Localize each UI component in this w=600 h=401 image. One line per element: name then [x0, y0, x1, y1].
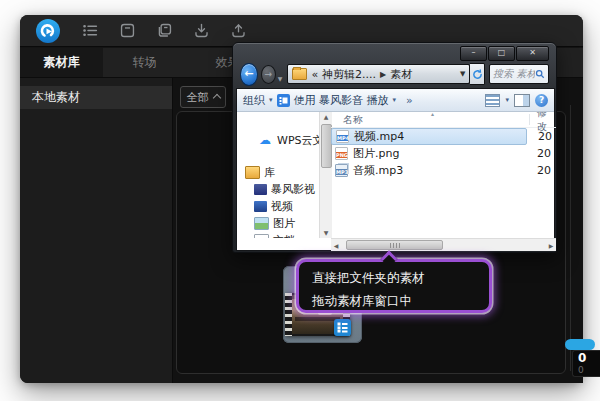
column-header-row: 名称 ▴ 修改 — [331, 112, 556, 128]
menu-icon[interactable] — [82, 22, 99, 39]
tree-item-videos[interactable]: 视频 — [237, 198, 319, 215]
toolbar-overflow-button[interactable]: » — [406, 94, 413, 107]
png-file-icon: PNG — [335, 147, 348, 160]
player-icon — [277, 94, 290, 107]
tab-material-library[interactable]: 素材库 — [20, 48, 103, 77]
file-date: 20 — [538, 130, 552, 143]
breadcrumb-chevron-icon: ▶ — [380, 70, 386, 79]
filter-dropdown[interactable]: 全部 — [180, 86, 226, 108]
tree-item-label: 视频 — [271, 199, 293, 214]
column-name[interactable]: 名称 — [331, 113, 363, 127]
tooltip-line-2: 拖动素材库窗口中 — [312, 289, 489, 312]
tab-transitions[interactable]: 转场 — [103, 48, 186, 77]
tree-item-label: 图片 — [273, 216, 295, 231]
play-with-button[interactable]: 使用 暴风影音 播放 — [294, 93, 389, 108]
tree-item-libraries[interactable]: 库 — [237, 164, 319, 181]
mp3-file-icon: MP3 — [335, 164, 348, 177]
file-row-image[interactable]: PNG 图片.png 20 — [331, 145, 556, 162]
nav-history-caret-icon[interactable]: ▼ — [278, 75, 283, 82]
organize-caret-icon: ▾ — [269, 96, 273, 104]
file-name: 音频.mp3 — [353, 163, 403, 178]
tree-item-wps-cloud[interactable]: ☁ WPS云文档 — [237, 132, 319, 149]
back-button[interactable]: ← — [240, 63, 258, 86]
mp4-file-icon: MP4 — [336, 130, 349, 143]
file-name: 视频.mp4 — [354, 129, 404, 144]
file-name: 图片.png — [353, 146, 399, 161]
breadcrumb-parent[interactable]: 神剪辑2.... — [322, 67, 376, 82]
breadcrumb[interactable]: « 神剪辑2.... ▶ 素材 ▼ — [287, 64, 470, 84]
filmstrip-holes-left — [285, 293, 292, 336]
breadcrumb-overflow[interactable]: « — [311, 68, 318, 81]
panel-divider — [570, 105, 571, 371]
library-folder-icon — [245, 166, 260, 179]
file-date: 20 — [537, 147, 551, 160]
breadcrumb-current[interactable]: 素材 — [390, 67, 412, 82]
save-icon[interactable] — [119, 22, 136, 39]
organize-button[interactable]: 组织 — [243, 93, 265, 108]
help-icon[interactable]: ? — [535, 94, 548, 107]
window-controls: – □ ✕ — [460, 46, 549, 61]
preview-pane-icon[interactable] — [514, 94, 530, 107]
address-bar: ← → ▼ « 神剪辑2.... ▶ 素材 ▼ 搜索 素材 — [233, 60, 556, 88]
tree-item-pictures[interactable]: 图片 — [237, 215, 319, 232]
filter-dropdown-label: 全部 — [187, 90, 209, 105]
save-as-icon[interactable] — [156, 22, 173, 39]
documents-icon — [254, 234, 269, 238]
views-caret-icon[interactable]: ▾ — [505, 96, 509, 104]
chevron-up-icon — [212, 94, 220, 102]
zoom-slider-handle[interactable] — [565, 339, 595, 350]
app-logo-icon — [36, 19, 60, 43]
search-input[interactable]: 搜索 素材 — [489, 64, 549, 84]
maximize-button[interactable]: □ — [488, 46, 515, 61]
timecode-main: 0 — [578, 352, 600, 365]
close-button[interactable]: ✕ — [516, 46, 549, 61]
scrollbar-grip — [390, 243, 400, 248]
file-list: 名称 ▴ 修改 MP4 视频.mp4 20 PNG 图片.png 20 MP3 … — [331, 112, 556, 238]
tree-item-label: 文档 — [273, 233, 295, 238]
play-with-caret-icon: ▾ — [393, 96, 397, 104]
search-placeholder: 搜索 素材 — [493, 67, 535, 81]
folder-tree: ☁ WPS云文档 库 暴风影视 视频 图片 文档 — [237, 112, 319, 238]
media-library-icon — [254, 184, 267, 195]
timecode-display: 0 0 — [572, 350, 600, 377]
horizontal-scrollbar-thumb[interactable] — [346, 240, 443, 250]
sort-indicator-icon: ▴ — [431, 112, 434, 117]
column-separator[interactable] — [529, 114, 530, 125]
tree-item-label: WPS云文档 — [277, 133, 319, 148]
cloud-icon: ☁ — [259, 135, 273, 146]
scroll-right-icon[interactable]: ▶ — [546, 242, 556, 249]
tree-item-baofeng[interactable]: 暴风影视 — [237, 181, 319, 198]
export-icon[interactable] — [230, 22, 247, 39]
videos-icon — [254, 201, 267, 212]
refresh-button[interactable] — [470, 63, 485, 85]
scroll-left-icon[interactable]: ◀ — [331, 242, 341, 249]
file-row-video[interactable]: MP4 视频.mp4 20 — [331, 128, 527, 145]
views-icon[interactable] — [485, 94, 500, 107]
hint-tooltip: 直接把文件夹的素材 拖动素材库窗口中 — [296, 259, 492, 313]
explorer-content: 组织 ▾ 使用 暴风影音 播放 ▾ » ▾ ? ☁ WPS云文档 — [236, 88, 555, 251]
timecode-sub: 0 — [578, 365, 600, 375]
file-row-audio[interactable]: MP3 音频.mp3 20 — [331, 162, 556, 179]
tree-item-documents[interactable]: 文档 — [237, 232, 319, 238]
tree-item-label: 库 — [264, 165, 275, 180]
file-date: 20 — [537, 164, 551, 177]
import-icon[interactable] — [193, 22, 210, 39]
minimize-button[interactable]: – — [460, 46, 487, 61]
explorer-toolbar: 组织 ▾ 使用 暴风影音 播放 ▾ » ▾ ? — [237, 89, 554, 112]
media-type-badge-icon — [334, 319, 351, 336]
pictures-icon — [254, 217, 269, 230]
folder-icon — [292, 68, 307, 80]
tooltip-line-1: 直接把文件夹的素材 — [312, 266, 489, 289]
horizontal-scrollbar[interactable]: ◀ ▶ — [331, 238, 556, 251]
forward-button[interactable]: → — [261, 65, 276, 84]
sidebar-item-local-material[interactable]: 本地素材 — [20, 86, 172, 109]
library-sidebar: 本地素材 — [20, 78, 173, 383]
breadcrumb-dropdown-icon[interactable]: ▼ — [460, 70, 465, 78]
windows-explorer-window: – □ ✕ ← → ▼ « 神剪辑2.... ▶ 素材 ▼ 搜索 素材 — [232, 42, 557, 253]
tree-item-label: 暴风影视 — [271, 182, 315, 197]
